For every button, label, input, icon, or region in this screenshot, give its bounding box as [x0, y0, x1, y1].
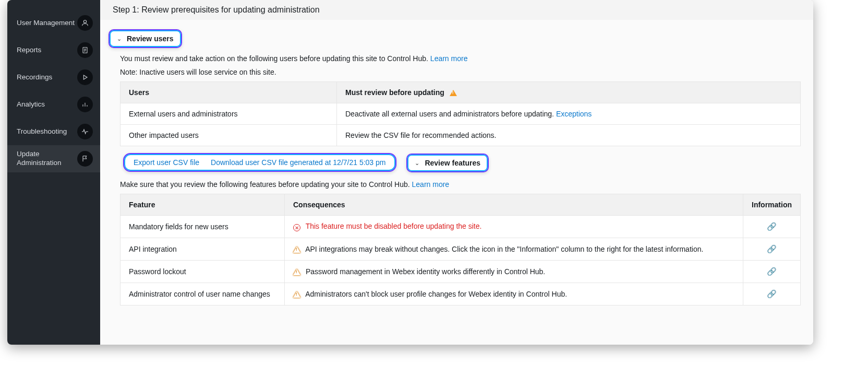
consequence-text: Password management in Webex identity wo…	[306, 267, 545, 276]
sidebar-item-label: Troubleshooting	[17, 127, 67, 136]
col-consequences: Consequences	[285, 194, 743, 215]
table-row: API integration API integrations may bre…	[120, 238, 801, 261]
exceptions-link[interactable]: Exceptions	[556, 110, 592, 118]
activity-icon	[77, 124, 93, 139]
flag-icon	[77, 151, 93, 167]
col-information: Information	[743, 194, 801, 215]
col-must-review: Must review before updating	[337, 82, 801, 103]
col-feature: Feature	[120, 194, 285, 215]
cell-users: Other impacted users	[120, 125, 337, 146]
main-content: Step 1: Review prerequisites for updatin…	[100, 0, 813, 345]
cell-action: Review the CSV file for recommended acti…	[337, 125, 801, 146]
cell-feature: Password lockout	[120, 261, 285, 283]
intro-text: Make sure that you review the following …	[120, 180, 412, 189]
section-title: Review users	[127, 34, 174, 43]
info-link-icon[interactable]: 🔗	[767, 289, 777, 298]
svg-point-0	[83, 20, 86, 23]
sidebar-item-label: Analytics	[17, 100, 45, 109]
col-must-label: Must review before updating	[345, 88, 444, 97]
sidebar: User Management Reports Recordings Analy…	[7, 0, 100, 345]
cell-consequence: Password management in Webex identity wo…	[285, 261, 743, 283]
app-frame: User Management Reports Recordings Analy…	[7, 0, 813, 345]
review-users-intro: You must review and take action on the f…	[120, 54, 801, 63]
sidebar-item-analytics[interactable]: Analytics	[7, 91, 100, 118]
warning-icon	[293, 246, 300, 253]
features-table: Feature Consequences Information Mandato…	[120, 194, 801, 306]
learn-more-link[interactable]: Learn more	[412, 180, 450, 189]
table-row: Mandatory fields for new users ✕ This fe…	[120, 215, 801, 238]
consequence-text: This feature must be disabled before upd…	[306, 222, 482, 230]
bar-chart-icon	[77, 97, 93, 112]
cell-users: External users and administrators	[120, 103, 337, 125]
sidebar-item-update-administration[interactable]: Update Administration	[7, 145, 100, 172]
chevron-down-icon: ⌄	[415, 160, 419, 167]
learn-more-link[interactable]: Learn more	[430, 54, 468, 63]
action-text: Deactivate all external users and admini…	[345, 110, 556, 118]
sidebar-item-label: Recordings	[17, 73, 52, 82]
download-csv-link[interactable]: Download user CSV file generated at 12/7…	[211, 158, 385, 167]
sidebar-item-label: User Management	[17, 19, 75, 28]
table-row: External users and administrators Deacti…	[120, 103, 801, 125]
table-row: Password lockout Password management in …	[120, 261, 801, 283]
csv-actions: Export user CSV file Download user CSV f…	[123, 153, 396, 172]
cell-action: Deactivate all external users and admini…	[337, 103, 801, 125]
info-link-icon[interactable]: 🔗	[767, 244, 777, 253]
info-link-icon[interactable]: 🔗	[767, 222, 777, 231]
sidebar-item-troubleshooting[interactable]: Troubleshooting	[7, 118, 100, 145]
table-row: Administrator control of user name chang…	[120, 283, 801, 306]
sidebar-item-reports[interactable]: Reports	[7, 37, 100, 64]
users-table: Users Must review before updating Extern…	[120, 81, 801, 146]
sidebar-item-label: Reports	[17, 46, 41, 55]
table-row: Other impacted users Review the CSV file…	[120, 125, 801, 146]
cell-feature: Mandatory fields for new users	[120, 215, 285, 238]
document-icon	[77, 42, 93, 58]
cell-feature: API integration	[120, 238, 285, 261]
intro-text: You must review and take action on the f…	[120, 54, 430, 63]
warning-icon	[450, 90, 457, 96]
review-features-toggle[interactable]: ⌄ Review features	[406, 154, 489, 172]
step-title: Step 1: Review prerequisites for updatin…	[100, 0, 813, 20]
review-users-toggle[interactable]: ⌄ Review users	[108, 29, 182, 48]
sidebar-item-recordings[interactable]: Recordings	[7, 64, 100, 91]
sidebar-item-label: Update Administration	[17, 150, 75, 168]
chevron-down-icon: ⌄	[117, 36, 122, 42]
error-icon: ✕	[293, 224, 300, 231]
section-title: Review features	[425, 159, 480, 167]
cell-consequence: ✕ This feature must be disabled before u…	[285, 215, 743, 238]
consequence-text: API integrations may break without chang…	[305, 245, 703, 253]
col-users: Users	[120, 82, 337, 103]
sidebar-item-user-management[interactable]: User Management	[7, 9, 100, 37]
play-icon	[77, 69, 93, 85]
inactive-note: Note: Inactive users will lose service o…	[120, 68, 801, 76]
cell-feature: Administrator control of user name chang…	[120, 283, 285, 306]
export-csv-link[interactable]: Export user CSV file	[134, 158, 199, 167]
review-features-intro: Make sure that you review the following …	[120, 180, 801, 189]
warning-icon	[293, 291, 300, 298]
consequence-text: Administrators can't block user profile …	[305, 290, 567, 298]
user-icon	[77, 15, 93, 31]
warning-icon	[293, 269, 300, 275]
cell-consequence: Administrators can't block user profile …	[285, 283, 743, 306]
info-link-icon[interactable]: 🔗	[767, 267, 777, 276]
cell-consequence: API integrations may break without chang…	[285, 238, 743, 261]
